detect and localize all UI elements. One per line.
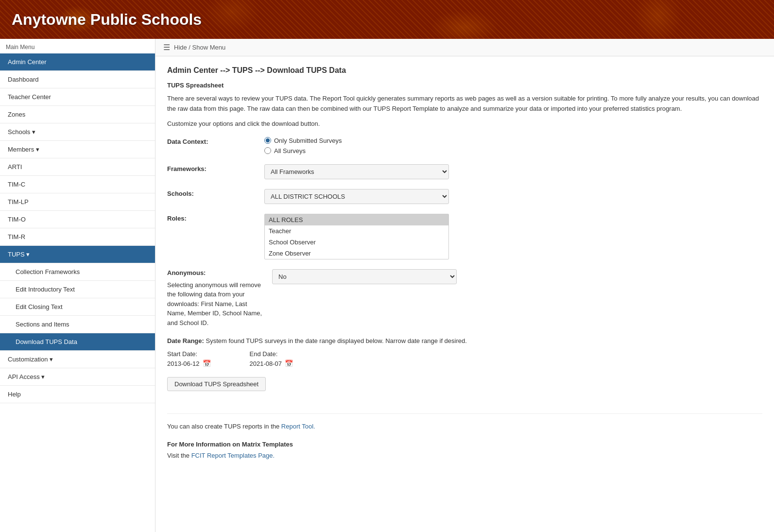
roles-item-school-observer[interactable]: School Observer (265, 237, 448, 248)
sidebar-item-dashboard[interactable]: Dashboard (0, 71, 155, 88)
end-date-field: End Date: 2021-08-07 📅 (250, 350, 293, 367)
data-context-radio-group: Only Submitted Surveys All Surveys (264, 137, 762, 154)
schools-label: Schools: (167, 189, 264, 197)
roles-item-zone-observer[interactable]: Zone Observer (265, 248, 448, 259)
anonymous-description: Selecting anonymous will remove the foll… (167, 280, 264, 328)
frameworks-select[interactable]: All Frameworks (264, 164, 449, 179)
radio-only-submitted-label: Only Submitted Surveys (274, 137, 342, 144)
hamburger-icon[interactable]: ☰ (163, 43, 170, 52)
menu-bar: ☰ Hide / Show Menu (155, 39, 774, 56)
radio-all-surveys[interactable]: All Surveys (264, 147, 762, 154)
sidebar-item-label: Edit Closing Text (16, 303, 63, 310)
date-range-strong: Date Range: (167, 337, 204, 344)
sidebar-item-arti[interactable]: ARTI (0, 158, 155, 176)
footer-matrix-title: For More Information on Matrix Templates (167, 441, 762, 448)
sidebar-item-tups[interactable]: TUPS ▾ (0, 246, 155, 263)
schools-row: Schools: ALL DISTRICT SCHOOLS (167, 189, 762, 204)
sidebar-item-label: Edit Introductory Text (16, 286, 75, 293)
roles-listbox[interactable]: ALL ROLES Teacher School Observer Zone O… (264, 214, 449, 259)
data-context-label: Data Context: (167, 137, 264, 145)
roles-label: Roles: (167, 214, 264, 222)
roles-item-all-roles[interactable]: ALL ROLES (265, 214, 448, 225)
start-date-value: 2013-06-12 (167, 360, 200, 367)
sidebar-item-customization[interactable]: Customization ▾ (0, 351, 155, 368)
frameworks-controls: All Frameworks (264, 164, 762, 179)
sidebar-item-members[interactable]: Members ▾ (0, 141, 155, 158)
anonymous-controls: No Yes (264, 269, 762, 284)
description-text: There are several ways to review your TU… (167, 94, 762, 114)
data-context-row: Data Context: Only Submitted Surveys All… (167, 137, 762, 154)
end-date-calendar-icon[interactable]: 📅 (285, 360, 293, 367)
end-date-input-row: 2021-08-07 📅 (250, 360, 293, 367)
sidebar: Main Menu Admin Center Dashboard Teacher… (0, 39, 155, 532)
download-tups-spreadsheet-button[interactable]: Download TUPS Spreadsheet (167, 377, 266, 391)
customize-text: Customize your options and click the dow… (167, 120, 762, 127)
sidebar-item-collection-frameworks[interactable]: Collection Frameworks (0, 263, 155, 281)
sidebar-item-label: Collection Frameworks (16, 268, 80, 275)
anonymous-select[interactable]: No Yes (272, 269, 457, 284)
end-date-value: 2021-08-07 (250, 360, 282, 367)
main-content: ☰ Hide / Show Menu Admin Center --> TUPS… (155, 39, 774, 532)
sidebar-item-label: TUPS ▾ (8, 251, 30, 258)
sidebar-item-label: TIM-O (8, 216, 26, 223)
sidebar-item-tim-r[interactable]: TIM-R (0, 228, 155, 246)
report-tool-link[interactable]: Report Tool. (281, 423, 315, 430)
site-title: Anytowne Public Schools (12, 11, 202, 29)
date-range-label: Date Range: System found TUPS surveys in… (167, 337, 762, 344)
section-title: TUPS Spreadsheet (167, 82, 762, 89)
roles-item-teacher[interactable]: Teacher (265, 225, 448, 237)
start-date-calendar-icon[interactable]: 📅 (203, 360, 211, 367)
sidebar-main-menu-label: Main Menu (0, 39, 155, 53)
sidebar-item-api-access[interactable]: API Access ▾ (0, 368, 155, 386)
end-date-label: End Date: (250, 350, 293, 358)
sidebar-item-label: TIM-LP (8, 198, 29, 206)
anonymous-row: Anonymous: Selecting anonymous will remo… (167, 269, 762, 328)
sidebar-item-tim-c[interactable]: TIM-C (0, 176, 155, 193)
footer-report-text: You can also create TUPS reports in the (167, 423, 281, 430)
sidebar-item-admin-center[interactable]: Admin Center (0, 53, 155, 71)
sidebar-item-label: TIM-C (8, 181, 25, 188)
frameworks-row: Frameworks: All Frameworks (167, 164, 762, 179)
sidebar-item-label: Zones (8, 111, 25, 118)
breadcrumb: Admin Center --> TUPS --> Download TUPS … (167, 66, 762, 75)
divider-1 (167, 413, 762, 414)
sidebar-item-label: Download TUPS Data (16, 338, 77, 345)
start-date-label: Start Date: (167, 350, 211, 358)
fcit-report-templates-link[interactable]: FCIT Report Templates Page. (191, 452, 275, 459)
radio-all-surveys-input[interactable] (264, 147, 271, 154)
schools-select[interactable]: ALL DISTRICT SCHOOLS (264, 189, 449, 204)
page-layout: Main Menu Admin Center Dashboard Teacher… (0, 39, 774, 532)
radio-only-submitted-input[interactable] (264, 137, 271, 144)
sidebar-item-label: Admin Center (8, 58, 46, 66)
page-header: Anytowne Public Schools (0, 0, 774, 39)
sidebar-item-zones[interactable]: Zones (0, 106, 155, 123)
sidebar-item-download-tups-data[interactable]: Download TUPS Data (0, 333, 155, 351)
sidebar-item-help[interactable]: Help (0, 386, 155, 403)
schools-controls: ALL DISTRICT SCHOOLS (264, 189, 762, 204)
sidebar-item-edit-introductory-text[interactable]: Edit Introductory Text (0, 281, 155, 298)
sidebar-item-label: Help (8, 391, 21, 398)
sidebar-item-label: Schools ▾ (8, 128, 35, 136)
data-context-controls: Only Submitted Surveys All Surveys (264, 137, 762, 154)
sidebar-item-label: Sections and Items (16, 321, 69, 328)
radio-all-surveys-label: All Surveys (274, 147, 306, 154)
sidebar-item-label: API Access ▾ (8, 373, 45, 380)
anonymous-label: Anonymous: (167, 269, 264, 276)
sidebar-item-schools[interactable]: Schools ▾ (0, 123, 155, 141)
content-area: Admin Center --> TUPS --> Download TUPS … (155, 56, 774, 480)
anonymous-left: Anonymous: Selecting anonymous will remo… (167, 269, 264, 328)
footer-matrix-text: Visit the (167, 452, 191, 459)
sidebar-item-sections-and-items[interactable]: Sections and Items (0, 316, 155, 333)
sidebar-item-tim-lp[interactable]: TIM-LP (0, 193, 155, 211)
sidebar-item-label: Dashboard (8, 76, 39, 83)
sidebar-item-edit-closing-text[interactable]: Edit Closing Text (0, 298, 155, 316)
sidebar-item-label: TIM-R (8, 233, 25, 240)
sidebar-item-label: Members ▾ (8, 146, 39, 153)
roles-row: Roles: ALL ROLES Teacher School Observer… (167, 214, 762, 259)
radio-only-submitted[interactable]: Only Submitted Surveys (264, 137, 762, 144)
roles-controls: ALL ROLES Teacher School Observer Zone O… (264, 214, 762, 259)
sidebar-item-tim-o[interactable]: TIM-O (0, 211, 155, 228)
hide-show-menu-text[interactable]: Hide / Show Menu (174, 44, 225, 51)
sidebar-item-label: Teacher Center (8, 93, 51, 101)
sidebar-item-teacher-center[interactable]: Teacher Center (0, 88, 155, 106)
